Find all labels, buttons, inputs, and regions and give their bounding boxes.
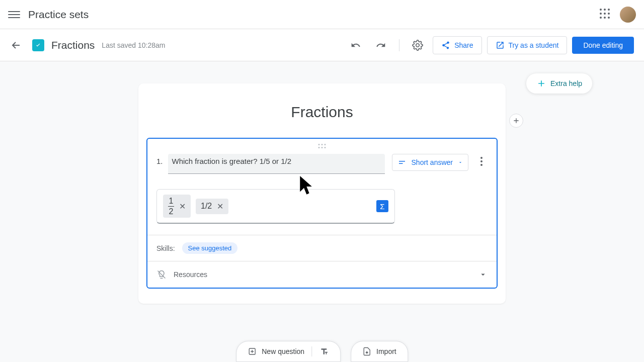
open-in-new-icon <box>496 41 505 50</box>
text-format-icon <box>319 346 329 356</box>
answer-text: 1/2 <box>201 202 212 211</box>
try-student-label: Try as a student <box>509 41 559 49</box>
save-status: Last saved 10:28am <box>102 41 165 49</box>
add-box-icon <box>248 347 257 356</box>
plus-icon <box>512 117 520 125</box>
skills-label: Skills: <box>156 244 175 252</box>
import-label: Import <box>376 347 396 355</box>
answer-input[interactable]: 1 2 ✕ 1/2 ✕ Σ <box>156 189 395 224</box>
doc-badge-icon <box>32 39 44 51</box>
sub-header: Fractions Last saved 10:28am Share Try a… <box>0 29 644 61</box>
chevron-down-icon <box>458 160 463 165</box>
add-question-fab[interactable] <box>509 114 523 128</box>
top-header: Practice sets <box>0 0 644 29</box>
share-label: Share <box>454 41 473 49</box>
extra-help-button[interactable]: Extra help <box>526 73 592 94</box>
equation-editor-icon[interactable]: Σ <box>376 200 388 212</box>
divider <box>399 39 399 51</box>
practice-set-card: Fractions 1. Which fraction is greater? … <box>138 83 506 304</box>
doc-title[interactable]: Fractions <box>51 39 95 51</box>
resources-toggle[interactable]: Resources <box>147 261 497 288</box>
drag-handle-icon[interactable] <box>318 144 326 148</box>
short-answer-icon <box>397 158 407 167</box>
remove-chip-icon[interactable]: ✕ <box>217 202 223 211</box>
new-question-label: New question <box>262 347 304 355</box>
set-title[interactable]: Fractions <box>138 104 506 121</box>
menu-icon[interactable] <box>8 9 20 21</box>
skills-row: Skills: See suggested <box>147 235 497 261</box>
remove-chip-icon[interactable]: ✕ <box>179 202 186 211</box>
question-type-select[interactable]: Short answer <box>392 154 468 171</box>
more-options-icon[interactable] <box>475 154 488 166</box>
main-area: Extra help Fractions 1. Which fraction i… <box>0 61 644 362</box>
undo-icon[interactable] <box>346 35 366 55</box>
back-arrow-icon[interactable] <box>10 39 22 51</box>
settings-icon[interactable] <box>408 35 428 55</box>
fraction-display: 1 2 <box>168 197 174 216</box>
try-student-button[interactable]: Try as a student <box>487 36 568 54</box>
import-button[interactable]: Import <box>351 341 408 362</box>
extra-help-label: Extra help <box>550 79 582 87</box>
avatar[interactable] <box>620 7 636 23</box>
plus-icon <box>536 78 546 88</box>
question-number: 1. <box>156 157 163 165</box>
import-file-icon <box>362 347 371 356</box>
redo-icon[interactable] <box>371 35 391 55</box>
new-question-button[interactable]: New question <box>236 341 341 362</box>
lightbulb-off-icon <box>156 269 167 280</box>
bottom-actions: New question Import <box>236 341 408 362</box>
app-title: Practice sets <box>28 9 89 21</box>
question-text-input[interactable]: Which fraction is greater? 1/5 or 1/2 <box>168 154 385 174</box>
question-type-label: Short answer <box>412 158 453 166</box>
resources-label: Resources <box>174 270 207 279</box>
answer-chip-fraction: 1 2 ✕ <box>163 195 191 218</box>
share-button[interactable]: Share <box>433 36 481 54</box>
done-editing-button[interactable]: Done editing <box>572 37 634 54</box>
chevron-down-icon <box>478 270 488 279</box>
see-suggested-chip[interactable]: See suggested <box>182 242 238 254</box>
answer-chip-text: 1/2 ✕ <box>196 199 228 214</box>
apps-grid-icon[interactable] <box>600 9 612 21</box>
question-card: 1. Which fraction is greater? 1/5 or 1/2… <box>146 138 498 289</box>
share-icon <box>441 41 450 50</box>
